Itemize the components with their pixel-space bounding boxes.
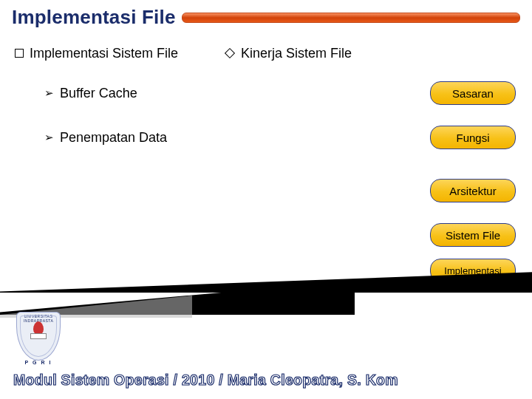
square-bullet-icon — [15, 49, 24, 58]
nav-pill-sistem-file[interactable]: Sistem File — [430, 223, 516, 247]
arrow-bullet-icon: ➢ — [44, 87, 54, 98]
column-heading-right-label: Kinerja Sistem File — [241, 46, 352, 61]
nav-pill-label: Sasaran — [452, 87, 494, 100]
slide: Implementasi File Implementasi Sistem Fi… — [0, 0, 532, 399]
nav-pill-fungsi[interactable]: Fungsi — [430, 126, 516, 149]
column-heading-left: Implementasi Sistem File — [15, 46, 178, 61]
logo-bottom-text: P G R I — [16, 360, 61, 365]
footer-text: Modul Sistem Operasi / 2010 / Maria Cleo… — [13, 372, 398, 389]
title-accent-bar — [182, 13, 520, 23]
column-heading-left-label: Implementasi Sistem File — [30, 46, 178, 61]
nav-pill-label: Arsitektur — [449, 185, 496, 197]
sub-item-buffer-cache-label: Buffer Cache — [60, 86, 137, 100]
book-icon — [30, 333, 47, 339]
nav-pill-arsitektur[interactable]: Arsitektur — [430, 179, 516, 202]
institution-logo: UNIVERSITAS INDRAPRASTA P G R I — [16, 312, 61, 365]
arrow-bullet-icon: ➢ — [44, 132, 54, 143]
sub-item-penempatan-data: ➢Penempatan Data — [44, 130, 167, 146]
nav-pill-sasaran[interactable]: Sasaran — [430, 81, 516, 105]
column-heading-right: Kinerja Sistem File — [226, 46, 352, 61]
shield-icon: UNIVERSITAS INDRAPRASTA — [16, 312, 61, 361]
decorative-sweep — [0, 266, 532, 318]
title-row: Implementasi File — [12, 6, 520, 29]
sub-item-penempatan-data-label: Penempatan Data — [60, 130, 167, 145]
nav-pill-label: Sistem File — [446, 229, 500, 242]
slide-title: Implementasi File — [12, 6, 176, 29]
nav-pill-label: Fungsi — [456, 132, 489, 144]
diamond-bullet-icon — [225, 48, 235, 58]
sub-item-buffer-cache: ➢Buffer Cache — [44, 86, 137, 101]
